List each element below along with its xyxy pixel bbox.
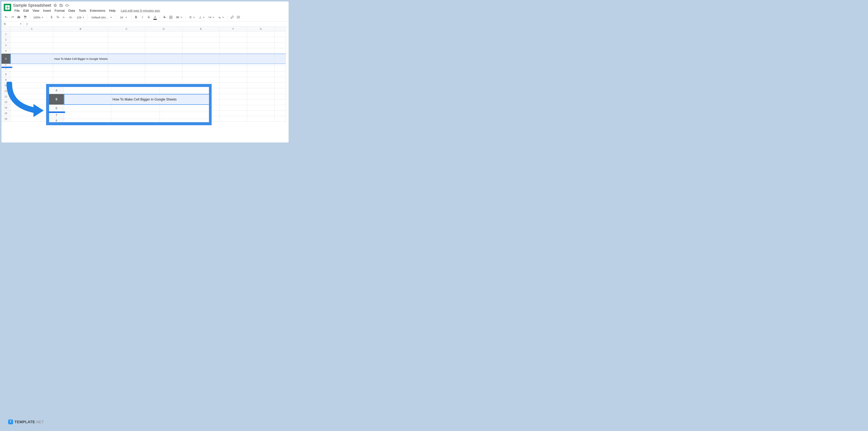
- cell[interactable]: [182, 66, 220, 71]
- cell[interactable]: [220, 54, 247, 64]
- col-header-g[interactable]: G: [247, 27, 275, 31]
- menu-data[interactable]: Data: [67, 8, 76, 13]
- cell[interactable]: [53, 31, 108, 37]
- col-header-h[interactable]: [275, 27, 286, 31]
- row-header-4[interactable]: 4: [1, 48, 10, 54]
- cell[interactable]: [247, 66, 275, 71]
- cell[interactable]: [53, 64, 108, 66]
- menu-edit[interactable]: Edit: [22, 8, 30, 13]
- sheets-logo-icon[interactable]: [4, 4, 11, 11]
- borders-icon[interactable]: [168, 14, 174, 20]
- cell[interactable]: [275, 110, 286, 116]
- menu-file[interactable]: File: [13, 8, 21, 13]
- row-header-3[interactable]: 3: [1, 42, 10, 48]
- cell[interactable]: [108, 31, 145, 37]
- cell[interactable]: [220, 83, 247, 88]
- cell[interactable]: [275, 48, 286, 54]
- cell[interactable]: [112, 105, 160, 112]
- row-header-5[interactable]: 5: [1, 54, 10, 64]
- cell[interactable]: [10, 64, 53, 66]
- undo-icon[interactable]: [3, 14, 9, 20]
- cell[interactable]: [220, 99, 247, 105]
- cell[interactable]: [112, 119, 160, 122]
- cell[interactable]: [220, 42, 247, 48]
- menu-extensions[interactable]: Extensions: [88, 8, 107, 13]
- cell[interactable]: [108, 48, 145, 54]
- cell[interactable]: [275, 31, 286, 37]
- cell[interactable]: [145, 54, 182, 64]
- zoom-select[interactable]: 100%▼: [32, 16, 45, 19]
- cell[interactable]: [247, 88, 275, 94]
- vertical-align-select[interactable]: ▼: [197, 16, 206, 19]
- font-select[interactable]: Default (Ari...▼: [90, 16, 114, 19]
- percent-icon[interactable]: %: [55, 14, 61, 20]
- cell[interactable]: [108, 64, 145, 66]
- text-rotation-select[interactable]: ▼: [217, 16, 225, 19]
- horizontal-align-select[interactable]: ▼: [188, 16, 196, 19]
- col-header-b[interactable]: B: [53, 27, 108, 31]
- document-title[interactable]: Sample Spreadsheet: [13, 3, 51, 8]
- cell[interactable]: [160, 119, 209, 122]
- cell[interactable]: [182, 48, 220, 54]
- cell[interactable]: [247, 31, 275, 37]
- text-wrap-select[interactable]: ▼: [207, 16, 216, 19]
- cell[interactable]: [220, 37, 247, 42]
- increase-decimal-icon[interactable]: .00→: [68, 14, 74, 20]
- menu-format[interactable]: Format: [53, 8, 66, 13]
- cell[interactable]: [160, 112, 209, 119]
- cell[interactable]: [108, 54, 145, 64]
- row-header-8[interactable]: 8: [1, 71, 10, 77]
- redo-icon[interactable]: [10, 14, 15, 20]
- cell[interactable]: [275, 66, 286, 71]
- currency-icon[interactable]: $: [49, 14, 54, 20]
- cell[interactable]: [64, 87, 112, 94]
- cell[interactable]: [275, 88, 286, 94]
- cell-b5[interactable]: How To Make Cell Bigger in Google Sheets: [53, 54, 108, 64]
- inset-cell-text[interactable]: How To Make Cell Bigger in Google Sheets: [112, 94, 160, 105]
- row-header-1[interactable]: 1: [1, 31, 10, 37]
- menu-insert[interactable]: Insert: [41, 8, 53, 13]
- cell[interactable]: [247, 48, 275, 54]
- cell[interactable]: [145, 66, 182, 71]
- cell[interactable]: [53, 77, 108, 83]
- cell[interactable]: [145, 77, 182, 83]
- menu-tools[interactable]: Tools: [78, 8, 88, 13]
- cell[interactable]: [53, 42, 108, 48]
- cell[interactable]: [182, 71, 220, 77]
- cell[interactable]: [182, 54, 220, 64]
- cell[interactable]: [220, 110, 247, 116]
- move-icon[interactable]: [59, 3, 63, 7]
- cell[interactable]: [108, 71, 145, 77]
- cell[interactable]: [220, 77, 247, 83]
- cell[interactable]: [53, 37, 108, 42]
- name-box[interactable]: :5 ▼: [1, 21, 24, 26]
- cell[interactable]: [64, 119, 112, 122]
- cell[interactable]: [247, 54, 275, 64]
- cell[interactable]: [247, 42, 275, 48]
- decrease-decimal-icon[interactable]: .0←: [61, 14, 67, 20]
- cell[interactable]: [275, 64, 286, 66]
- cell[interactable]: [145, 37, 182, 42]
- menu-help[interactable]: Help: [107, 8, 117, 13]
- font-size-select[interactable]: 10▼: [118, 16, 129, 19]
- cell[interactable]: [182, 37, 220, 42]
- col-header-d[interactable]: D: [145, 27, 182, 31]
- bold-icon[interactable]: B: [133, 14, 139, 20]
- row-header-6[interactable]: 6: [1, 64, 10, 66]
- fill-color-icon[interactable]: [162, 14, 167, 20]
- cell-a5[interactable]: [10, 54, 53, 64]
- insert-comment-icon[interactable]: [236, 14, 241, 20]
- cell[interactable]: [112, 112, 160, 119]
- cell[interactable]: [247, 64, 275, 66]
- row-header-2[interactable]: 2: [1, 37, 10, 42]
- cell[interactable]: [112, 87, 160, 94]
- cell[interactable]: [10, 37, 53, 42]
- cell[interactable]: [145, 42, 182, 48]
- cell[interactable]: [182, 42, 220, 48]
- inset-row-5[interactable]: 5: [49, 94, 64, 105]
- cell[interactable]: [10, 31, 53, 37]
- cell[interactable]: [220, 105, 247, 110]
- cell[interactable]: [220, 66, 247, 71]
- cell[interactable]: [220, 116, 247, 122]
- cell[interactable]: [220, 31, 247, 37]
